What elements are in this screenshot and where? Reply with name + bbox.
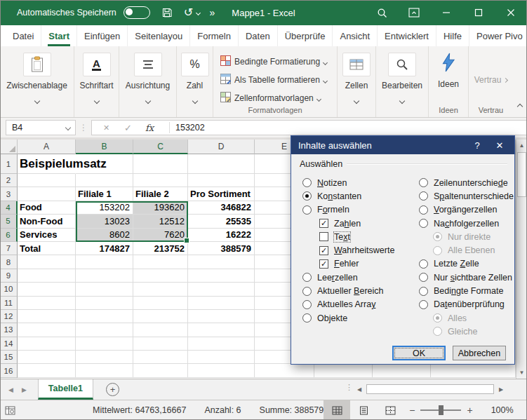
zoom-level[interactable]: 100% <box>487 405 514 415</box>
cell-E16[interactable] <box>255 364 314 377</box>
cell-D2[interactable] <box>188 174 255 187</box>
cell-C10[interactable] <box>133 283 188 296</box>
row-header-1[interactable]: 1 <box>0 154 18 174</box>
cell-B3[interactable]: Filiale 1 <box>76 187 133 201</box>
zellenformatvorlagen-button[interactable]: Zellenformatvorlagen <box>220 89 337 107</box>
tab-seitenlayou[interactable]: Seitenlayou <box>128 25 190 46</box>
radio-nur-direkte[interactable] <box>433 232 442 241</box>
autosave-toggle[interactable] <box>124 6 150 19</box>
bedingte-formatierung-button[interactable]: Bedingte Formatierung <box>220 53 337 71</box>
macro-record-icon[interactable] <box>5 406 15 415</box>
option-aktueller-bereich[interactable]: Aktueller Bereich <box>302 284 394 297</box>
sheet-tab-tabelle1[interactable]: Tabelle1 <box>38 379 93 400</box>
formula-input[interactable]: 153202 <box>175 123 205 133</box>
option-text[interactable]: Text <box>319 230 394 243</box>
cell-D9[interactable] <box>188 269 255 283</box>
option-formeln[interactable]: Formeln <box>302 203 394 217</box>
tab-datei[interactable]: Datei <box>6 25 41 46</box>
cell-A14[interactable] <box>18 337 76 351</box>
tab-ansicht[interactable]: Ansicht <box>333 25 378 46</box>
cancel-icon[interactable]: ✕ <box>103 123 124 133</box>
row-header-15[interactable]: 15 <box>0 351 18 364</box>
checkbox-zahlen[interactable]: ✓ <box>319 219 328 228</box>
cell-A11[interactable] <box>18 297 76 310</box>
cell-C15[interactable] <box>133 351 188 364</box>
cell-B14[interactable] <box>76 337 133 351</box>
tab-formeln[interactable]: Formeln <box>190 25 239 46</box>
maximize-icon[interactable] <box>462 0 495 25</box>
cell-C8[interactable] <box>133 255 188 269</box>
cell-D6[interactable]: 16222 <box>188 229 255 242</box>
radio-letzte-zelle[interactable] <box>419 259 428 269</box>
option-objekte[interactable]: Objekte <box>302 311 394 325</box>
view-page-break-button[interactable] <box>377 400 403 420</box>
cell-D16[interactable] <box>188 364 255 377</box>
cell-A10[interactable] <box>18 283 76 296</box>
vertical-scrollbar[interactable]: ▲ ▼ <box>516 140 527 379</box>
cell-A7[interactable]: Total <box>18 242 76 255</box>
cell-B6[interactable]: 8602 <box>76 229 133 242</box>
row-header-13[interactable]: 13 <box>0 323 18 337</box>
close-icon[interactable] <box>495 0 527 25</box>
horizontal-scrollbar[interactable]: ◀ ▶ <box>354 384 507 395</box>
radio-aktuelles-array[interactable] <box>302 300 312 309</box>
option-nur-direkte[interactable]: Nur direkte <box>433 230 514 243</box>
cell-C14[interactable] <box>133 337 188 351</box>
fx-icon[interactable]: fx <box>145 123 164 133</box>
row-header-16[interactable]: 16 <box>0 364 18 377</box>
group-ideen[interactable]: IdeenIdeen <box>429 46 469 117</box>
cell-C7[interactable]: 213752 <box>133 242 188 255</box>
cell-D13[interactable] <box>188 323 255 337</box>
minimize-icon[interactable] <box>430 0 462 25</box>
option-spaltenunterschiede[interactable]: Spaltenunterschiede <box>419 189 514 203</box>
zoom-out-button[interactable]: − <box>409 405 415 416</box>
column-header-B[interactable]: B <box>76 140 133 154</box>
more-commands-icon[interactable]: » <box>210 7 215 18</box>
cell-C12[interactable] <box>133 310 188 323</box>
cell-C1[interactable] <box>133 154 188 174</box>
name-box-dropdown-icon[interactable] <box>65 125 71 130</box>
option-wahrheitswerte[interactable]: ✓Wahrheitswerte <box>319 243 394 257</box>
option-konstanten[interactable]: Konstanten <box>302 189 394 203</box>
cell-x6-16[interactable] <box>373 364 431 377</box>
cell-A9[interactable] <box>18 269 76 283</box>
cell-C3[interactable]: Filiale 2 <box>133 187 188 201</box>
cell-B11[interactable] <box>76 297 133 310</box>
cell-D11[interactable] <box>188 297 255 310</box>
radio-spaltenunterschiede[interactable] <box>419 191 428 201</box>
tab-einfuegen[interactable]: Einfügen <box>77 25 128 46</box>
cell-A8[interactable] <box>18 255 76 269</box>
row-header-14[interactable]: 14 <box>0 337 18 351</box>
undo-icon[interactable]: ↺ <box>184 6 200 19</box>
cell-A12[interactable] <box>18 310 76 323</box>
checkbox-text[interactable] <box>319 232 328 241</box>
row-header-2[interactable]: 2 <box>0 174 18 187</box>
cell-x7-16[interactable] <box>431 364 516 377</box>
cell-A2[interactable] <box>18 174 76 187</box>
cell-A6[interactable]: Services <box>18 229 76 242</box>
row-header-7[interactable]: 7 <box>0 242 18 255</box>
cell-A13[interactable] <box>18 323 76 337</box>
group-zellen[interactable]: Zellen <box>338 46 376 117</box>
cell-C5[interactable]: 12512 <box>133 215 188 228</box>
cell-A1[interactable]: Beispielumsatz <box>18 154 76 174</box>
cell-D14[interactable] <box>188 337 255 351</box>
horizontal-scroll-thumb[interactable] <box>366 384 494 394</box>
formula-field[interactable]: ✕ ✓ fx 153202 <box>91 120 527 135</box>
option-nachfolgerzellen[interactable]: Nachfolgerzellen <box>419 217 514 230</box>
option-nur-sichtbare-zellen[interactable]: Nur sichtbare Zellen <box>419 271 514 284</box>
cell-B12[interactable] <box>76 310 133 323</box>
cell-C6[interactable]: 7620 <box>133 229 188 242</box>
cell-C4[interactable]: 193620 <box>133 201 188 215</box>
row-header-3[interactable]: 3 <box>0 187 18 201</box>
cell-D4[interactable]: 346822 <box>188 201 255 215</box>
ribbon-display-options-icon[interactable] <box>398 0 430 25</box>
undo-dropdown-icon[interactable] <box>196 10 201 15</box>
row-header-5[interactable]: 5 <box>0 215 18 228</box>
cell-B15[interactable] <box>76 351 133 364</box>
cell-D3[interactable]: Pro Sortiment <box>188 187 255 201</box>
option-bedingte-formate[interactable]: Bedingte Formate <box>419 284 514 297</box>
row-header-9[interactable]: 9 <box>0 269 18 283</box>
radio-aktueller-bereich[interactable] <box>302 287 312 296</box>
vertical-scroll-thumb[interactable] <box>517 152 526 197</box>
